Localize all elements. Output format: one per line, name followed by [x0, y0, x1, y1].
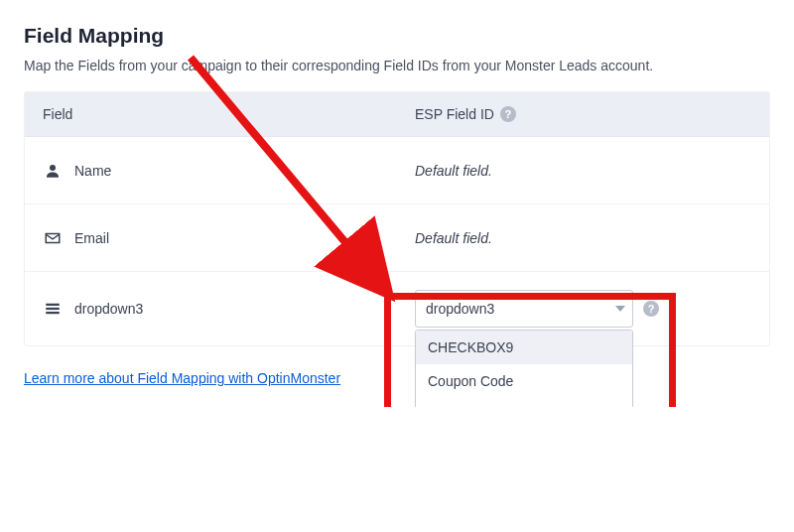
column-header-esp-label: ESP Field ID — [415, 106, 494, 122]
svg-rect-3 — [46, 312, 60, 314]
table-header-row: Field ESP Field ID ? — [25, 92, 769, 137]
svg-point-0 — [50, 165, 56, 171]
field-mapping-table: Field ESP Field ID ? Name Default field.… — [24, 91, 770, 346]
esp-cell-dropdown: CHECKBOX9 Coupon Code Coupon Label ? — [397, 272, 769, 345]
page-title: Field Mapping — [24, 24, 770, 48]
column-header-field: Field — [25, 92, 397, 136]
column-header-esp: ESP Field ID ? — [397, 92, 769, 136]
field-label: Email — [74, 230, 109, 246]
default-field-text: Default field. — [415, 230, 492, 246]
field-label: Name — [74, 163, 111, 179]
default-field-text: Default field. — [415, 163, 492, 179]
envelope-icon — [43, 229, 63, 247]
esp-field-input[interactable] — [415, 290, 633, 328]
field-cell-email: Email — [25, 211, 397, 265]
help-icon[interactable]: ? — [500, 106, 516, 122]
field-cell-name: Name — [25, 144, 397, 198]
table-row: Name Default field. — [25, 137, 769, 204]
esp-cell-email: Default field. — [397, 212, 769, 264]
svg-rect-2 — [46, 308, 60, 310]
svg-rect-1 — [46, 304, 60, 306]
esp-field-dropdown: CHECKBOX9 Coupon Code Coupon Label — [415, 330, 633, 407]
column-header-field-label: Field — [43, 106, 72, 122]
field-cell-dropdown: dropdown3 — [25, 282, 397, 335]
list-icon — [43, 300, 63, 318]
table-row: dropdown3 CHECKBOX9 Coupon Code Coupon L… — [25, 272, 769, 345]
learn-more-link[interactable]: Learn more about Field Mapping with Opti… — [24, 370, 340, 386]
dropdown-option[interactable]: Coupon Code — [416, 364, 632, 398]
dropdown-option[interactable]: CHECKBOX9 — [416, 331, 632, 364]
dropdown-option[interactable]: Coupon Label — [416, 398, 632, 407]
esp-cell-name: Default field. — [397, 145, 769, 197]
table-row: Email Default field. — [25, 204, 769, 272]
person-icon — [43, 162, 63, 180]
esp-field-combo: CHECKBOX9 Coupon Code Coupon Label — [415, 290, 633, 328]
chevron-down-icon[interactable] — [615, 306, 625, 312]
field-label: dropdown3 — [74, 301, 143, 317]
help-icon[interactable]: ? — [643, 301, 659, 317]
page-subtitle: Map the Fields from your campaign to the… — [24, 58, 770, 73]
